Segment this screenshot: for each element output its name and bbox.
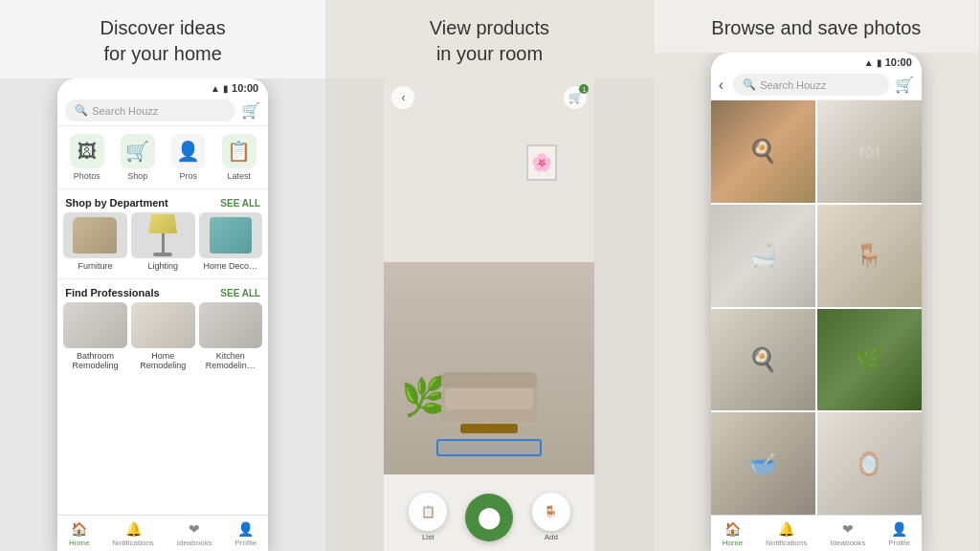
- chair-shape: [73, 217, 117, 253]
- phone-3: ▲ ▮ 10:00 ‹ 🔍 Search Houzz 🛒 🍳: [711, 53, 922, 551]
- pros-section-header: Find Professionals SEE ALL: [57, 279, 268, 302]
- home-remodel-card[interactable]: Home Remodeling: [131, 302, 195, 370]
- sofa-body: [441, 386, 537, 422]
- furniture-card[interactable]: Furniture: [63, 212, 127, 271]
- furniture-label: Furniture: [78, 261, 112, 271]
- tab-bar-1: 🏠 Home 🔔 Notifications ❤ Ideabooks 👤 Pro…: [57, 515, 268, 551]
- profile-tab-label: Profile: [235, 539, 257, 547]
- search-bar-1: 🔍 Search Houzz 🛒: [57, 96, 268, 126]
- nav-pros[interactable]: 👤 Pros: [171, 134, 206, 181]
- photo-cell-3[interactable]: 🛁: [711, 205, 815, 307]
- photo-cell-7[interactable]: 🥣: [711, 412, 815, 515]
- shop-cards-row: Furniture Lighting: [57, 212, 268, 278]
- nav-shop[interactable]: 🛒 Shop: [121, 134, 155, 181]
- kitchen-card[interactable]: KitchenRemodelin…: [199, 302, 263, 370]
- lamp-pole-shape: [162, 233, 165, 253]
- kitchen-img: [199, 302, 263, 348]
- status-icons-3: ▲ ▮ 10:00: [864, 56, 912, 68]
- tab-ideabooks-1[interactable]: ❤ Ideabooks: [177, 521, 212, 547]
- photo-cell-2[interactable]: 🍽: [817, 100, 922, 203]
- pros-see-all[interactable]: SEE ALL: [220, 288, 260, 298]
- tab-home-1[interactable]: 🏠 Home: [69, 521, 89, 547]
- photo-icon-8: 🪞: [855, 451, 883, 477]
- panel-3: Browse and save photos ▲ ▮ 10:00 ‹ 🔍 Sea…: [654, 0, 980, 551]
- status-bar-3: ▲ ▮ 10:00: [711, 53, 922, 70]
- photo-icon-7: 🥣: [748, 451, 777, 477]
- kitchen-label: KitchenRemodelin…: [206, 351, 256, 370]
- search-input-3[interactable]: 🔍 Search Houzz: [733, 74, 889, 96]
- shop-section-title: Shop by Department: [65, 197, 168, 209]
- tab-notifications-1[interactable]: 🔔 Notifications: [112, 521, 154, 547]
- back-icon-3[interactable]: ‹: [719, 77, 724, 94]
- caption-area-3: Browse and save photos: [654, 0, 979, 53]
- nav-photos[interactable]: 🖼 Photos: [70, 134, 104, 181]
- cart-icon-1[interactable]: 🛒: [241, 101, 260, 120]
- wifi-icon-3: ▲: [864, 57, 874, 68]
- tab-ideabooks-3[interactable]: ❤ Ideabooks: [830, 521, 865, 547]
- time-display-3: 10:00: [885, 56, 912, 68]
- lighting-card[interactable]: Lighting: [131, 212, 195, 271]
- ar-add-button[interactable]: 🪑: [532, 493, 570, 531]
- photos-icon-box: 🖼: [70, 134, 104, 168]
- search-bar-3: ‹ 🔍 Search Houzz 🛒: [711, 70, 922, 100]
- shop-see-all[interactable]: SEE ALL: [220, 198, 260, 209]
- home-decor-card[interactable]: Home Deco…: [199, 212, 263, 271]
- photo-cell-6[interactable]: 🌿: [817, 309, 922, 411]
- search-icon-1: 🔍: [75, 104, 88, 117]
- lamp-shade-shape: [148, 214, 177, 233]
- idea-tab-label: Ideabooks: [177, 539, 212, 547]
- lamp-shape: [145, 214, 181, 256]
- lamp-base-shape: [153, 253, 172, 256]
- ar-list-label: List: [422, 533, 434, 541]
- latest-icon-box: 📋: [222, 134, 256, 168]
- search-input-1[interactable]: 🔍 Search Houzz: [65, 99, 235, 121]
- tab-profile-1[interactable]: 👤 Profile: [235, 521, 257, 547]
- photo-icon-6: 🌿: [855, 346, 883, 373]
- home-decor-label: Home Deco…: [204, 261, 258, 271]
- profile-tab-label-3: Profile: [888, 539, 910, 547]
- nav-latest[interactable]: 📋 Latest: [222, 134, 256, 181]
- list-control-wrapper: 📋 List: [409, 493, 447, 541]
- tab-profile-3[interactable]: 👤 Profile: [888, 521, 910, 547]
- photo-icon-5: 🍳: [748, 346, 777, 373]
- phone-container-2: 🌸 🌿 ‹ 🛒 1 �: [326, 78, 652, 551]
- picture-frame: 🌸: [526, 144, 557, 181]
- lighting-label: Lighting: [147, 261, 178, 271]
- photo-cell-8[interactable]: 🪞: [817, 412, 922, 515]
- pros-label: Pros: [179, 171, 197, 181]
- shop-icon-box: 🛒: [121, 134, 155, 168]
- photo-icon-3: 🛁: [748, 242, 777, 269]
- battery-icon-3: ▮: [877, 57, 882, 68]
- ar-main-control-wrapper: ⬤: [465, 494, 513, 541]
- cart-icon-3[interactable]: 🛒: [895, 76, 914, 94]
- latest-label: Latest: [227, 171, 251, 181]
- idea-tab-icon-3: ❤: [842, 521, 854, 537]
- notif-tab-label-3: Notifications: [766, 539, 808, 547]
- tab-home-3[interactable]: 🏠 Home: [723, 521, 743, 547]
- bathroom-card[interactable]: BathroomRemodeling: [63, 302, 127, 370]
- phone-container-3: ▲ ▮ 10:00 ‹ 🔍 Search Houzz 🛒 🍳: [654, 53, 979, 551]
- ar-phone: 🌸 🌿 ‹ 🛒 1 �: [384, 78, 594, 551]
- decor-shape: [210, 217, 252, 253]
- furniture-img: [63, 212, 127, 258]
- ar-main-button[interactable]: ⬤: [465, 494, 513, 541]
- caption-area-2: View productsin your room: [326, 0, 652, 78]
- caption-text-2: View productsin your room: [345, 15, 633, 67]
- tab-notifications-3[interactable]: 🔔 Notifications: [766, 521, 808, 547]
- ar-list-button[interactable]: 📋: [409, 493, 447, 531]
- profile-tab-icon: 👤: [237, 521, 254, 537]
- photo-cell-1[interactable]: 🍳: [711, 100, 815, 203]
- status-icons-1: ▲ ▮ 10:00: [211, 82, 258, 94]
- photo-cell-4[interactable]: 🪑: [817, 205, 922, 307]
- phone-1: ▲ ▮ 10:00 🔍 Search Houzz 🛒 🖼 Photos: [57, 78, 268, 551]
- photo-icon-2: 🍽: [859, 141, 879, 163]
- idea-tab-label-3: Ideabooks: [830, 539, 865, 547]
- home-tab-label: Home: [69, 539, 89, 547]
- photo-cell-5[interactable]: 🍳: [711, 309, 815, 411]
- caption-area-1: Discover ideasfor your home: [0, 0, 325, 78]
- ar-bottom-controls: 📋 List ⬤ 🪑 Add: [384, 493, 594, 541]
- home-tab-label-3: Home: [723, 539, 743, 547]
- sofa-furniture: [441, 386, 537, 433]
- notif-tab-icon-3: 🔔: [778, 521, 794, 537]
- bathroom-img: [63, 302, 127, 348]
